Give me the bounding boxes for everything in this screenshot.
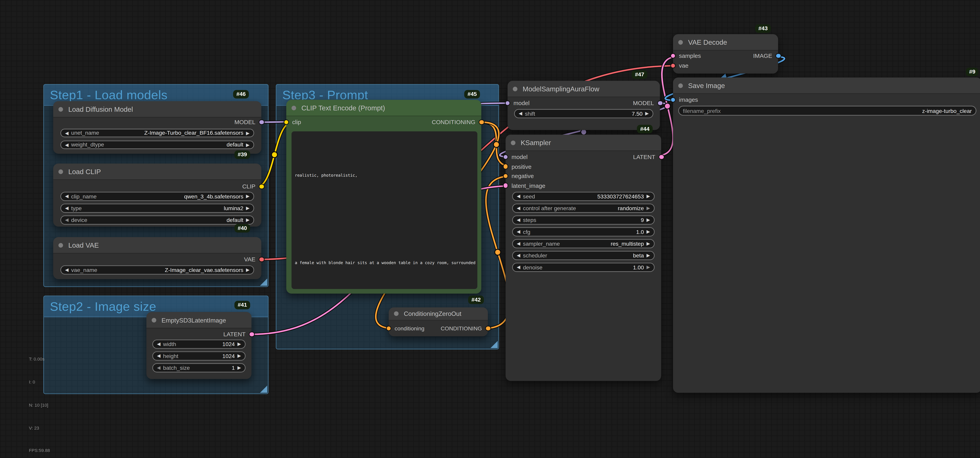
node-load-clip-header[interactable]: Load CLIP [53, 164, 261, 180]
decrement-arrow-icon[interactable]: ◀ [65, 142, 68, 147]
widget-scheduler[interactable]: ◀ scheduler beta ▶ [512, 251, 655, 260]
increment-arrow-icon[interactable]: ▶ [646, 253, 650, 258]
decrement-arrow-icon[interactable]: ◀ [517, 206, 520, 210]
decrement-arrow-icon[interactable]: ◀ [517, 229, 520, 234]
increment-arrow-icon[interactable]: ▶ [246, 142, 250, 147]
prompt-textarea[interactable]: realistic, photorealistic, a female with… [291, 131, 477, 289]
output-port-vae[interactable] [259, 257, 264, 262]
widget-type[interactable]: ◀ type lumina2 ▶ [60, 204, 254, 213]
node-id-badge: #45 [464, 90, 480, 99]
increment-arrow-icon[interactable]: ▶ [646, 229, 650, 234]
node-vae-decode-header[interactable]: VAE Decode [673, 34, 778, 51]
widget-sampler-name[interactable]: ◀ sampler_name res_multistep ▶ [512, 239, 655, 248]
widget-filename-prefix[interactable]: filename_prefix z-image-turbo_clear [678, 106, 977, 116]
output-port-model[interactable] [657, 100, 663, 106]
decrement-arrow-icon[interactable]: ◀ [517, 253, 520, 258]
node-empty-latent-header[interactable]: EmptySD3LatentImage [146, 312, 251, 328]
widget-steps[interactable]: ◀ steps 9 ▶ [512, 215, 655, 224]
increment-arrow-icon[interactable]: ▶ [246, 130, 250, 135]
increment-arrow-icon[interactable]: ▶ [646, 206, 650, 210]
increment-arrow-icon[interactable]: ▶ [246, 194, 250, 199]
output-port-clip[interactable] [259, 184, 264, 189]
decrement-arrow-icon[interactable]: ◀ [519, 111, 522, 116]
increment-arrow-icon[interactable]: ▶ [246, 206, 250, 210]
increment-arrow-icon[interactable]: ▶ [646, 241, 650, 246]
widget-shift[interactable]: ◀ shift 7.50 ▶ [514, 109, 653, 118]
widget-unet-name[interactable]: ◀ unet_name Z-Image-Turbo_clear_BF16.saf… [60, 129, 254, 137]
node-ksampler-header[interactable]: KSampler [506, 135, 661, 151]
input-port-latent-image[interactable] [503, 183, 508, 188]
decrement-arrow-icon[interactable]: ◀ [517, 265, 520, 269]
input-port-positive[interactable] [503, 164, 508, 169]
decrement-arrow-icon[interactable]: ◀ [65, 206, 68, 210]
node-graph-canvas[interactable]: Step1 - Load models Step2 - Image size S… [0, 0, 980, 458]
input-port-vae[interactable] [670, 63, 676, 68]
node-modelsampling-header[interactable]: ModelSamplingAuraFlow [508, 81, 660, 97]
node-load-diffusion-model[interactable]: Load Diffusion Model MODEL ◀ unet_name Z… [53, 101, 261, 154]
input-port-samples[interactable] [670, 53, 676, 59]
node-vae-decode[interactable]: VAE Decode samples IMAGE vae [673, 34, 778, 73]
increment-arrow-icon[interactable]: ▶ [645, 111, 649, 116]
wire-dot-conditioning-positive[interactable] [493, 142, 500, 148]
increment-arrow-icon[interactable]: ▶ [237, 365, 241, 370]
widget-control-after-generate[interactable]: ◀ control after generate randomize ▶ [512, 204, 655, 213]
input-port-clip[interactable] [283, 119, 289, 125]
decrement-arrow-icon[interactable]: ◀ [517, 218, 520, 222]
wire-dot-clip[interactable] [272, 152, 277, 157]
output-port-model[interactable] [259, 119, 264, 125]
increment-arrow-icon[interactable]: ▶ [646, 218, 650, 222]
increment-arrow-icon[interactable]: ▶ [237, 342, 241, 346]
node-zeroout-header[interactable]: ConditioningZeroOut [389, 307, 488, 321]
widget-device[interactable]: ◀ device default ▶ [60, 215, 254, 224]
node-save-image[interactable]: Save Image images filename_prefix z-imag… [673, 78, 980, 393]
decrement-arrow-icon[interactable]: ◀ [65, 130, 68, 135]
decrement-arrow-icon[interactable]: ◀ [157, 353, 161, 358]
widget-seed[interactable]: ◀ seed 533303727624653 ▶ [512, 192, 655, 200]
input-port-model[interactable] [503, 154, 508, 160]
node-model-sampling-auraflow[interactable]: ModelSamplingAuraFlow model MODEL ◀ shif… [508, 81, 660, 130]
widget-weight-dtype[interactable]: ◀ weight_dtype default ▶ [60, 140, 254, 149]
widget-height[interactable]: ◀ height 1024 ▶ [152, 351, 246, 360]
input-port-model[interactable] [504, 100, 510, 106]
input-port-conditioning[interactable] [386, 326, 391, 331]
widget-vae-name[interactable]: ◀ vae_name Z-Image_clear_vae.safetensors… [60, 265, 254, 274]
widget-denoise[interactable]: ◀ denoise 1.00 ▶ [512, 263, 655, 272]
decrement-arrow-icon[interactable]: ◀ [517, 194, 520, 199]
widget-cfg[interactable]: ◀ cfg 1.0 ▶ [512, 227, 655, 236]
widget-batch-size[interactable]: ◀ batch_size 1 ▶ [152, 363, 246, 372]
decrement-arrow-icon[interactable]: ◀ [65, 218, 68, 222]
node-id-badge: #9 [966, 68, 978, 76]
node-load-clip[interactable]: Load CLIP CLIP ◀ clip_name qwen_3_4b.saf… [53, 164, 261, 227]
wire-dot-latent[interactable] [665, 103, 670, 109]
node-conditioning-zero-out[interactable]: ConditioningZeroOut conditioning CONDITI… [389, 307, 488, 336]
decrement-arrow-icon[interactable]: ◀ [517, 241, 520, 246]
increment-arrow-icon[interactable]: ▶ [237, 353, 241, 358]
increment-arrow-icon[interactable]: ▶ [646, 265, 650, 269]
output-port-latent[interactable] [249, 332, 255, 337]
node-load-diffusion-model-header[interactable]: Load Diffusion Model [53, 101, 261, 118]
widget-clip-name[interactable]: ◀ clip_name qwen_3_4b.safetensors ▶ [60, 192, 254, 200]
node-clip-text-encode[interactable]: CLIP Text Encode (Prompt) clip CONDITION… [286, 100, 481, 294]
output-port-latent[interactable] [659, 154, 664, 160]
output-label-model: MODEL [234, 119, 255, 126]
increment-arrow-icon[interactable]: ▶ [646, 194, 650, 199]
output-port-conditioning[interactable] [485, 326, 491, 331]
node-load-vae[interactable]: Load VAE VAE ◀ vae_name Z-Image_clear_va… [53, 237, 261, 279]
decrement-arrow-icon[interactable]: ◀ [65, 194, 68, 199]
increment-arrow-icon[interactable]: ▶ [246, 218, 250, 222]
increment-arrow-icon[interactable]: ▶ [246, 267, 250, 272]
node-load-vae-header[interactable]: Load VAE [53, 237, 261, 253]
widget-width[interactable]: ◀ width 1024 ▶ [152, 340, 246, 348]
node-save-image-header[interactable]: Save Image [673, 78, 980, 94]
decrement-arrow-icon[interactable]: ◀ [157, 365, 161, 370]
input-port-negative[interactable] [503, 173, 508, 179]
node-ksampler[interactable]: KSampler model LATENT positive negative … [506, 135, 661, 381]
output-port-conditioning[interactable] [479, 119, 484, 125]
output-port-image[interactable] [775, 53, 781, 59]
wire-dot-conditioning-negative[interactable] [495, 249, 501, 255]
node-empty-sd3-latent-image[interactable]: EmptySD3LatentImage LATENT ◀ width 1024 … [146, 312, 251, 379]
input-port-images[interactable] [670, 97, 676, 103]
decrement-arrow-icon[interactable]: ◀ [157, 342, 161, 346]
decrement-arrow-icon[interactable]: ◀ [65, 267, 68, 272]
node-clip-text-encode-header[interactable]: CLIP Text Encode (Prompt) [286, 100, 481, 116]
